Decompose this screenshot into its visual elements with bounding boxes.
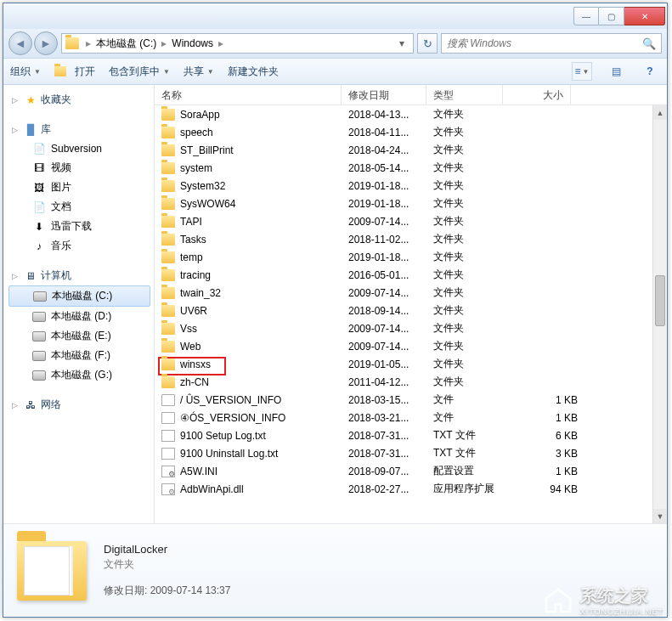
file-row[interactable]: UV6R 2018-09-14... 文件夹 xyxy=(155,302,667,319)
file-row[interactable]: 9100 Setup Log.txt 2018-07-31... TXT 文件 … xyxy=(155,426,667,444)
sidebar-drive-item[interactable]: 本地磁盘 (E:) xyxy=(8,326,154,346)
sidebar-item-label: 本地磁盘 (G:) xyxy=(51,368,112,382)
scroll-down-icon[interactable]: ▼ xyxy=(653,509,667,523)
refresh-button[interactable]: ↻ xyxy=(417,33,438,54)
computer-group[interactable]: ▷🖥计算机 xyxy=(8,266,154,285)
new-folder-button[interactable]: 新建文件夹 xyxy=(228,65,279,79)
help-button[interactable]: ? xyxy=(640,62,660,81)
file-list[interactable]: SoraApp 2018-04-13... 文件夹 speech 2018-04… xyxy=(155,105,667,523)
sidebar-library-item[interactable]: ♪音乐 xyxy=(8,236,154,256)
explorer-window: — ▢ ✕ ◄ ► ▸ 本地磁盘 (C:) ▸ Windows ▸ ▾ ↻ 🔍 … xyxy=(3,3,668,618)
minimize-button[interactable]: — xyxy=(573,7,599,25)
file-size: 3 KB xyxy=(510,448,578,460)
file-row[interactable]: AdbWinApi.dll 2018-02-27... 应用程序扩展 94 KB xyxy=(155,480,667,498)
search-icon: 🔍 xyxy=(642,37,656,50)
file-name: twain_32 xyxy=(180,287,221,299)
search-box[interactable]: 🔍 xyxy=(441,33,662,54)
col-size[interactable]: 大小 xyxy=(503,85,571,104)
open-button[interactable]: 打开 xyxy=(54,65,95,79)
folder-icon xyxy=(161,234,175,246)
file-row[interactable]: SoraApp 2018-04-13... 文件夹 xyxy=(155,105,667,123)
sidebar-drive-item[interactable]: 本地磁盘 (C:) xyxy=(8,285,150,307)
address-dropdown[interactable]: ▾ xyxy=(394,37,409,49)
file-date: 2018-05-14... xyxy=(348,162,433,174)
file-row[interactable]: TAPI 2009-07-14... 文件夹 xyxy=(155,212,667,230)
file-name: system xyxy=(180,162,212,174)
file-name: zh-CN xyxy=(180,376,209,388)
col-date[interactable]: 修改日期 xyxy=(342,85,426,104)
scroll-up-icon[interactable]: ▲ xyxy=(653,105,667,120)
sidebar-library-item[interactable]: 📄Subversion xyxy=(8,139,154,158)
file-date: 2018-07-31... xyxy=(348,430,433,442)
file-row[interactable]: twain_32 2009-07-14... 文件夹 xyxy=(155,284,667,302)
file-type: 文件 xyxy=(433,392,510,407)
back-button[interactable]: ◄ xyxy=(8,31,32,55)
preview-pane-button[interactable]: ▤ xyxy=(606,62,626,81)
scroll-thumb[interactable] xyxy=(655,275,665,326)
col-name[interactable]: 名称 xyxy=(155,85,342,104)
vertical-scrollbar[interactable]: ▲ ▼ xyxy=(652,105,667,523)
sidebar-drive-item[interactable]: 本地磁盘 (G:) xyxy=(8,365,154,385)
file-date: 2018-04-13... xyxy=(348,109,433,121)
sidebar-drive-item[interactable]: 本地磁盘 (D:) xyxy=(8,307,154,326)
sidebar-item-label: Subversion xyxy=(51,143,102,155)
address-row: ◄ ► ▸ 本地磁盘 (C:) ▸ Windows ▸ ▾ ↻ 🔍 xyxy=(3,29,667,58)
sidebar-drive-item[interactable]: 本地磁盘 (F:) xyxy=(8,346,154,365)
file-row[interactable]: A5W.INI 2018-09-07... 配置设置 1 KB xyxy=(155,462,667,480)
file-type: 文件夹 xyxy=(433,250,510,264)
file-name: temp xyxy=(180,251,203,263)
file-date: 2019-01-05... xyxy=(348,358,433,370)
sidebar-library-item[interactable]: ⬇迅雷下载 xyxy=(8,217,154,236)
breadcrumb-part[interactable]: Windows xyxy=(168,37,217,49)
file-row[interactable]: Tasks 2018-11-02... 文件夹 xyxy=(155,230,667,248)
col-type[interactable]: 类型 xyxy=(426,85,503,104)
view-mode-button[interactable]: ≡▼ xyxy=(572,62,592,81)
file-row[interactable]: speech 2018-04-11... 文件夹 xyxy=(155,123,667,141)
file-type: 文件夹 xyxy=(433,268,510,282)
file-name: ④ÓS_VERSION_INFO xyxy=(180,412,285,424)
file-name: AdbWinApi.dll xyxy=(180,483,244,495)
file-row[interactable]: tracing 2016-05-01... 文件夹 xyxy=(155,266,667,284)
network-group[interactable]: ▷🖧网络 xyxy=(8,395,154,415)
file-type: 文件夹 xyxy=(433,357,510,371)
titlebar[interactable]: — ▢ ✕ xyxy=(3,3,667,29)
file-row[interactable]: Web 2009-07-14... 文件夹 xyxy=(155,337,667,355)
file-date: 2018-04-11... xyxy=(348,127,433,138)
file-row[interactable]: ④ÓS_VERSION_INFO 2018-03-21... 文件 1 KB xyxy=(155,409,667,426)
file-row[interactable]: zh-CN 2011-04-12... 文件夹 xyxy=(155,373,667,391)
file-date: 2009-07-14... xyxy=(348,216,433,228)
file-row[interactable]: SysWOW64 2019-01-18... 文件夹 xyxy=(155,195,667,212)
file-row[interactable]: ST_BillPrint 2018-04-24... 文件夹 xyxy=(155,141,667,159)
sidebar-library-item[interactable]: 🎞视频 xyxy=(8,158,154,178)
file-type: 文件夹 xyxy=(433,321,510,336)
folder-icon xyxy=(161,341,175,353)
file-date: 2009-07-14... xyxy=(348,341,433,353)
sidebar-library-item[interactable]: 🖼图片 xyxy=(8,178,154,197)
close-button[interactable]: ✕ xyxy=(624,7,665,25)
file-row[interactable]: temp 2019-01-18... 文件夹 xyxy=(155,248,667,266)
file-row[interactable]: winsxs 2019-01-05... 文件夹 xyxy=(155,355,667,373)
file-row[interactable]: Vss 2009-07-14... 文件夹 xyxy=(155,319,667,337)
search-input[interactable] xyxy=(447,37,642,49)
folder-icon xyxy=(161,162,175,174)
file-size: 1 KB xyxy=(510,466,578,477)
maximize-button[interactable]: ▢ xyxy=(599,7,624,25)
include-menu[interactable]: 包含到库中▼ xyxy=(109,65,170,79)
share-menu[interactable]: 共享▼ xyxy=(184,65,214,79)
address-bar[interactable]: ▸ 本地磁盘 (C:) ▸ Windows ▸ ▾ xyxy=(61,33,414,54)
file-name: A5W.INI xyxy=(180,466,217,477)
file-type: 文件夹 xyxy=(433,125,510,139)
favorites-group[interactable]: ▷★收藏夹 xyxy=(8,90,154,110)
file-row[interactable]: 9100 Uninstall Log.txt 2018-07-31... TXT… xyxy=(155,444,667,462)
txt-icon xyxy=(161,448,175,460)
libraries-group[interactable]: ▷▉库 xyxy=(8,120,154,139)
organize-menu[interactable]: 组织▼ xyxy=(10,65,41,79)
file-row[interactable]: System32 2019-01-18... 文件夹 xyxy=(155,177,667,195)
file-type: 文件夹 xyxy=(433,339,510,353)
file-row[interactable]: system 2018-05-14... 文件夹 xyxy=(155,159,667,177)
sidebar-library-item[interactable]: 📄文档 xyxy=(8,197,154,217)
breadcrumb-part[interactable]: 本地磁盘 (C:) xyxy=(93,37,160,51)
folder-icon xyxy=(161,144,175,156)
file-row[interactable]: / ÛS_VERSION_INFO 2018-03-15... 文件 1 KB xyxy=(155,391,667,409)
forward-button[interactable]: ► xyxy=(34,31,58,55)
